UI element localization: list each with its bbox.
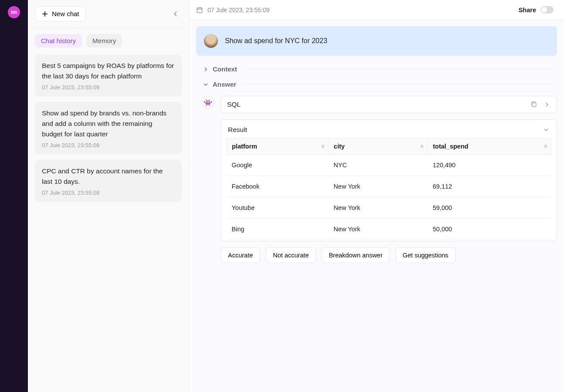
answer-content: SQL Result platform xyxy=(221,96,557,263)
chat-item-title: Show ad spend by brands vs. non-brands a… xyxy=(42,108,175,139)
divider xyxy=(244,69,557,69)
nav-rail: im xyxy=(0,0,28,392)
share-toggle[interactable] xyxy=(540,6,554,14)
chevron-down-icon[interactable] xyxy=(543,126,550,133)
cell-city: New York xyxy=(328,219,427,240)
chat-item-title: Best 5 campaigns by ROAS by platforms fo… xyxy=(42,61,175,81)
tab-label: Chat history xyxy=(41,37,76,44)
cell-city: NYC xyxy=(328,155,427,176)
cell-platform: Facebook xyxy=(227,176,329,197)
column-header-platform[interactable]: platform xyxy=(227,139,329,155)
feedback-buttons: Accurate Not accurate Breakdown answer G… xyxy=(221,247,557,263)
answer-body: 👾 SQL Result xyxy=(196,96,557,263)
cell-city: New York xyxy=(328,197,427,219)
sort-icon xyxy=(321,145,325,149)
button-label: Breakdown answer xyxy=(329,252,382,259)
divider xyxy=(35,27,182,28)
sort-icon xyxy=(420,145,424,149)
chat-history-item[interactable]: CPC and CTR by account names for the las… xyxy=(35,160,182,202)
column-header-total-spend[interactable]: total_spend xyxy=(428,139,551,155)
chat-item-date: 07 Jule 2023, 23:55:09 xyxy=(42,189,175,196)
sidebar: New chat Chat history Memory Best 5 camp… xyxy=(28,0,189,392)
answer-section-header[interactable]: Answer xyxy=(202,81,557,88)
sql-bar[interactable]: SQL xyxy=(221,96,557,113)
chevron-down-icon xyxy=(202,81,209,88)
accurate-button[interactable]: Accurate xyxy=(221,247,260,263)
calendar-icon xyxy=(196,7,203,14)
column-label: platform xyxy=(232,143,257,150)
sort-icon xyxy=(544,145,547,149)
chat-history-item[interactable]: Best 5 campaigns by ROAS by platforms fo… xyxy=(35,54,182,97)
answer-label: Answer xyxy=(213,81,236,88)
logo[interactable]: im xyxy=(8,6,20,18)
get-suggestions-button[interactable]: Get suggestions xyxy=(395,247,456,263)
cell-platform: Bing xyxy=(227,219,329,240)
cell-platform: Google xyxy=(227,155,329,176)
chevron-right-icon xyxy=(202,66,209,73)
svg-rect-0 xyxy=(197,8,202,13)
table-row: GoogleNYC120,490 xyxy=(227,155,551,176)
button-label: Accurate xyxy=(228,252,253,259)
breakdown-answer-button[interactable]: Breakdown answer xyxy=(321,247,390,263)
cell-city: New York xyxy=(328,176,427,197)
topbar-left: 07 Jule 2023, 23:55:09 xyxy=(196,7,269,14)
arrow-left-icon xyxy=(172,10,179,17)
context-label: Context xyxy=(213,65,237,73)
chat-item-date: 07 Jule 2023, 23:55:09 xyxy=(42,84,175,91)
result-box: Result platform city total_spend G xyxy=(221,119,557,241)
prompt-banner: Show ad spend for NYC for 2023 xyxy=(196,26,557,56)
chat-item-title: CPC and CTR by account names for the las… xyxy=(42,166,175,187)
copy-icon[interactable] xyxy=(530,101,537,108)
table-row: FacebookNew York69,112 xyxy=(227,176,551,197)
button-label: Get suggestions xyxy=(403,252,448,259)
content: Show ad spend for NYC for 2023 Context A… xyxy=(189,20,564,392)
tab-chat-history[interactable]: Chat history xyxy=(35,34,82,47)
sql-label: SQL xyxy=(227,101,241,108)
chat-history-item[interactable]: Show ad spend by brands vs. non-brands a… xyxy=(35,102,182,155)
column-label: city xyxy=(334,143,345,150)
divider xyxy=(243,84,557,84)
prompt-text: Show ad spend for NYC for 2023 xyxy=(225,37,327,45)
column-header-city[interactable]: city xyxy=(328,139,427,155)
sql-actions xyxy=(530,101,550,108)
result-title: Result xyxy=(228,126,247,134)
chat-item-date: 07 Jule 2023, 23:55:09 xyxy=(42,142,175,149)
chevron-right-icon[interactable] xyxy=(544,101,550,108)
user-avatar xyxy=(204,34,218,48)
column-label: total_spend xyxy=(433,143,468,150)
topbar: 07 Jule 2023, 23:55:09 Share xyxy=(189,0,564,20)
logo-text: im xyxy=(11,9,17,15)
result-table: platform city total_spend GoogleNYC120,4… xyxy=(226,138,551,240)
plus-icon xyxy=(41,10,48,17)
bot-avatar: 👾 xyxy=(201,96,214,109)
tab-memory[interactable]: Memory xyxy=(86,34,122,47)
cell-total-spend: 50,000 xyxy=(428,219,551,240)
new-chat-label: New chat xyxy=(52,10,79,17)
not-accurate-button[interactable]: Not accurate xyxy=(265,247,316,263)
cell-total-spend: 69,112 xyxy=(428,176,551,197)
svg-rect-1 xyxy=(532,103,536,107)
new-chat-button[interactable]: New chat xyxy=(35,6,86,21)
share-label: Share xyxy=(519,7,536,14)
button-label: Not accurate xyxy=(273,252,309,259)
tab-label: Memory xyxy=(92,37,116,44)
cell-platform: Youtube xyxy=(227,197,329,219)
table-row: YoutubeNew York59,000 xyxy=(227,197,551,219)
sidebar-top: New chat xyxy=(35,6,182,21)
sidebar-tabs: Chat history Memory xyxy=(35,34,182,47)
bot-icon: 👾 xyxy=(204,98,212,107)
context-section-header[interactable]: Context xyxy=(202,65,557,73)
main: 07 Jule 2023, 23:55:09 Share Show ad spe… xyxy=(189,0,564,392)
collapse-sidebar-button[interactable] xyxy=(170,8,182,20)
cell-total-spend: 120,490 xyxy=(428,155,551,176)
cell-total-spend: 59,000 xyxy=(428,197,551,219)
table-row: BingNew York50,000 xyxy=(227,219,551,240)
topbar-date: 07 Jule 2023, 23:55:09 xyxy=(207,7,269,14)
result-head: Result xyxy=(221,126,557,138)
topbar-right: Share xyxy=(519,6,554,14)
